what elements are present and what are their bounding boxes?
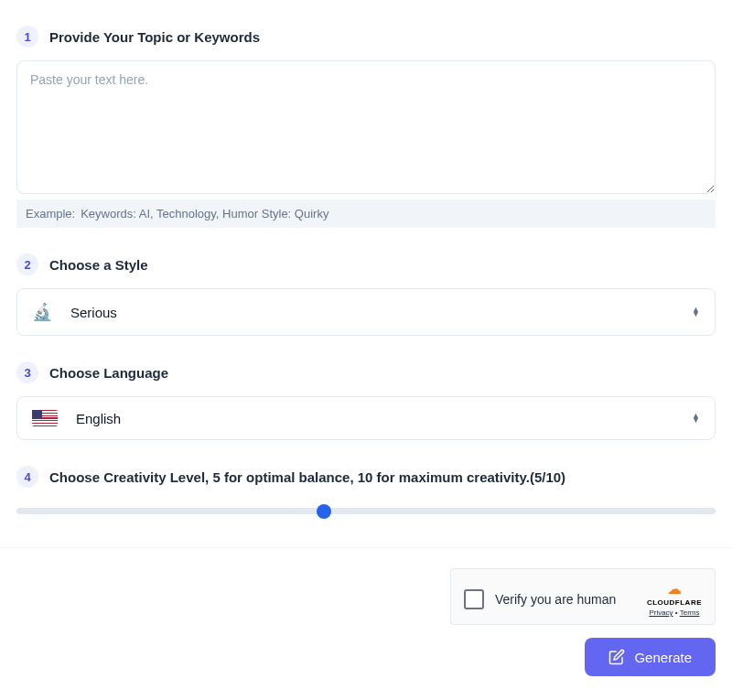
style-select[interactable]: 🔬 Serious ▲▼ [16, 288, 716, 336]
style-value: Serious [70, 305, 673, 320]
generate-button[interactable]: Generate [585, 638, 716, 676]
privacy-link[interactable]: Privacy [649, 608, 673, 617]
slider-track [16, 508, 716, 514]
edit-icon [608, 649, 625, 665]
step-4-header: 4 Choose Creativity Level, 5 for optimal… [16, 466, 716, 488]
step-badge-1: 1 [16, 26, 38, 48]
cloudflare-brand: ☁ CLOUDFLARE Privacy • Terms [647, 582, 702, 617]
chevron-updown-icon: ▲▼ [692, 307, 700, 317]
example-label: Example: [26, 207, 75, 221]
step-3-title: Choose Language [49, 365, 168, 381]
example-text: Keywords: AI, Technology, Humor Style: Q… [81, 207, 328, 221]
us-flag-icon [32, 410, 58, 426]
cloudflare-links: Privacy • Terms [649, 608, 699, 617]
chevron-updown-icon: ▲▼ [692, 414, 700, 423]
step-4-title: Choose Creativity Level, 5 for optimal b… [49, 469, 565, 485]
captcha-widget: Verify you are human ☁ CLOUDFLARE Privac… [450, 568, 716, 625]
footer: Verify you are human ☁ CLOUDFLARE Privac… [16, 548, 716, 685]
cloudflare-text: CLOUDFLARE [647, 598, 702, 607]
step-badge-2: 2 [16, 253, 38, 275]
step-3-section: 3 Choose Language English ▲▼ [16, 361, 716, 440]
step-badge-4: 4 [16, 466, 38, 488]
captcha-label: Verify you are human [495, 592, 636, 607]
step-1-title: Provide Your Topic or Keywords [49, 29, 260, 45]
example-bar: Example: Keywords: AI, Technology, Humor… [16, 199, 716, 228]
step-2-title: Choose a Style [49, 257, 148, 273]
cloud-icon: ☁ [667, 582, 682, 597]
step-1-header: 1 Provide Your Topic or Keywords [16, 26, 716, 48]
generate-label: Generate [634, 650, 692, 665]
language-select[interactable]: English ▲▼ [16, 396, 716, 440]
microscope-icon: 🔬 [32, 302, 52, 322]
captcha-checkbox[interactable] [464, 589, 484, 609]
topic-textarea[interactable] [16, 60, 716, 194]
step-4-section: 4 Choose Creativity Level, 5 for optimal… [16, 466, 716, 522]
step-2-header: 2 Choose a Style [16, 253, 716, 275]
step-badge-3: 3 [16, 361, 38, 383]
creativity-slider[interactable] [16, 501, 716, 522]
step-2-section: 2 Choose a Style 🔬 Serious ▲▼ [16, 253, 716, 336]
step-1-section: 1 Provide Your Topic or Keywords Example… [16, 26, 716, 228]
language-value: English [76, 411, 673, 426]
terms-link[interactable]: Terms [680, 608, 700, 617]
step-3-header: 3 Choose Language [16, 361, 716, 383]
slider-thumb[interactable] [317, 504, 331, 519]
